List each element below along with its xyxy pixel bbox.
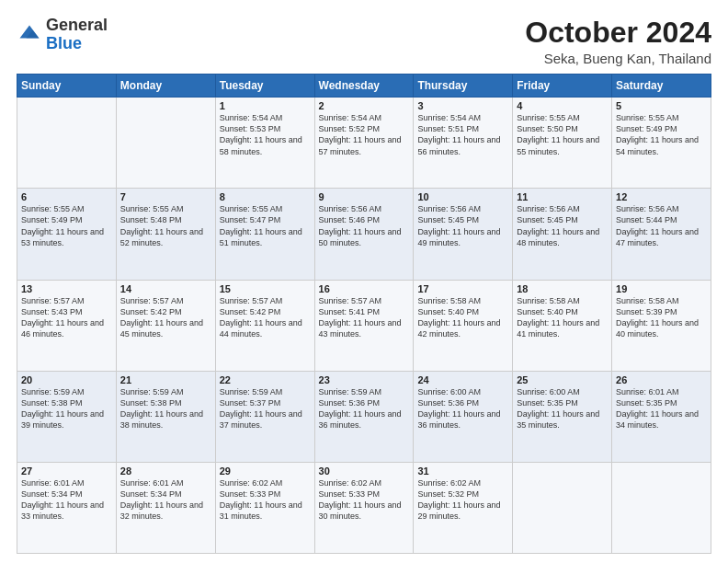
day-number: 26 xyxy=(616,374,707,385)
page: General Blue October 2024 Seka, Bueng Ka… xyxy=(0,0,728,563)
weekday-header-friday: Friday xyxy=(513,75,612,98)
calendar-cell: 16Sunrise: 5:57 AMSunset: 5:41 PMDayligh… xyxy=(314,280,414,371)
logo-text: General Blue xyxy=(46,17,108,53)
day-info: Sunrise: 5:54 AMSunset: 5:51 PMDaylight:… xyxy=(417,112,508,157)
day-number: 25 xyxy=(517,374,608,385)
day-number: 14 xyxy=(120,283,211,294)
day-info: Sunrise: 5:56 AMSunset: 5:45 PMDaylight:… xyxy=(417,203,508,248)
day-number: 16 xyxy=(319,283,410,294)
day-number: 24 xyxy=(417,374,508,385)
calendar-cell: 24Sunrise: 6:00 AMSunset: 5:36 PMDayligh… xyxy=(414,371,513,462)
day-number: 28 xyxy=(120,465,211,477)
week-row-4: 20Sunrise: 5:59 AMSunset: 5:38 PMDayligh… xyxy=(17,371,711,462)
weekday-header-wednesday: Wednesday xyxy=(314,75,414,98)
calendar-cell: 4Sunrise: 5:55 AMSunset: 5:50 PMDaylight… xyxy=(513,98,612,189)
calendar-cell: 27Sunrise: 6:01 AMSunset: 5:34 PMDayligh… xyxy=(17,462,117,553)
calendar-cell: 30Sunrise: 6:02 AMSunset: 5:33 PMDayligh… xyxy=(314,462,414,553)
calendar-cell: 6Sunrise: 5:55 AMSunset: 5:49 PMDaylight… xyxy=(17,189,117,280)
day-info: Sunrise: 5:58 AMSunset: 5:40 PMDaylight:… xyxy=(517,295,608,340)
calendar-cell: 26Sunrise: 6:01 AMSunset: 5:35 PMDayligh… xyxy=(612,371,711,462)
day-info: Sunrise: 6:01 AMSunset: 5:34 PMDaylight:… xyxy=(120,477,211,523)
day-info: Sunrise: 5:58 AMSunset: 5:39 PMDaylight:… xyxy=(616,295,707,340)
calendar-cell: 8Sunrise: 5:55 AMSunset: 5:47 PMDaylight… xyxy=(215,189,314,280)
calendar-cell: 17Sunrise: 5:58 AMSunset: 5:40 PMDayligh… xyxy=(414,280,513,371)
day-number: 31 xyxy=(417,465,508,477)
week-row-2: 6Sunrise: 5:55 AMSunset: 5:49 PMDaylight… xyxy=(17,189,711,280)
day-number: 22 xyxy=(220,374,311,385)
calendar-cell: 19Sunrise: 5:58 AMSunset: 5:39 PMDayligh… xyxy=(612,280,711,371)
calendar-cell: 31Sunrise: 6:02 AMSunset: 5:32 PMDayligh… xyxy=(414,462,513,553)
day-number: 19 xyxy=(616,283,707,294)
calendar-cell: 25Sunrise: 6:00 AMSunset: 5:35 PMDayligh… xyxy=(513,371,612,462)
calendar-cell xyxy=(17,98,117,189)
day-info: Sunrise: 6:02 AMSunset: 5:32 PMDaylight:… xyxy=(417,477,508,523)
weekday-header-tuesday: Tuesday xyxy=(215,75,314,98)
day-info: Sunrise: 5:56 AMSunset: 5:44 PMDaylight:… xyxy=(616,203,707,248)
calendar-cell xyxy=(612,462,711,553)
calendar-cell: 7Sunrise: 5:55 AMSunset: 5:48 PMDaylight… xyxy=(116,189,215,280)
logo: General Blue xyxy=(17,17,108,53)
day-number: 11 xyxy=(517,191,608,202)
calendar-cell: 9Sunrise: 5:56 AMSunset: 5:46 PMDaylight… xyxy=(314,189,414,280)
day-number: 1 xyxy=(220,100,311,111)
calendar-cell xyxy=(513,462,612,553)
day-number: 12 xyxy=(616,191,707,202)
calendar-cell: 15Sunrise: 5:57 AMSunset: 5:42 PMDayligh… xyxy=(215,280,314,371)
title-block: October 2024 Seka, Bueng Kan, Thailand xyxy=(525,17,711,66)
day-number: 7 xyxy=(120,191,211,202)
day-info: Sunrise: 5:59 AMSunset: 5:38 PMDaylight:… xyxy=(21,386,112,431)
day-info: Sunrise: 6:00 AMSunset: 5:35 PMDaylight:… xyxy=(517,386,608,431)
calendar-cell: 3Sunrise: 5:54 AMSunset: 5:51 PMDaylight… xyxy=(414,98,513,189)
day-info: Sunrise: 5:55 AMSunset: 5:49 PMDaylight:… xyxy=(616,112,707,157)
day-info: Sunrise: 5:54 AMSunset: 5:52 PMDaylight:… xyxy=(319,112,410,157)
weekday-header-saturday: Saturday xyxy=(612,75,711,98)
header: General Blue October 2024 Seka, Bueng Ka… xyxy=(17,17,711,66)
day-info: Sunrise: 5:55 AMSunset: 5:49 PMDaylight:… xyxy=(21,203,112,248)
day-number: 2 xyxy=(319,100,410,111)
day-number: 18 xyxy=(517,283,608,294)
day-number: 8 xyxy=(220,191,311,202)
calendar-cell: 11Sunrise: 5:56 AMSunset: 5:45 PMDayligh… xyxy=(513,189,612,280)
calendar-cell: 20Sunrise: 5:59 AMSunset: 5:38 PMDayligh… xyxy=(17,371,117,462)
day-info: Sunrise: 6:01 AMSunset: 5:34 PMDaylight:… xyxy=(21,477,112,523)
day-number: 17 xyxy=(417,283,508,294)
day-number: 30 xyxy=(319,465,410,477)
calendar-cell xyxy=(116,98,215,189)
calendar-cell: 2Sunrise: 5:54 AMSunset: 5:52 PMDaylight… xyxy=(314,98,414,189)
calendar-table: SundayMondayTuesdayWednesdayThursdayFrid… xyxy=(17,74,711,554)
calendar-cell: 5Sunrise: 5:55 AMSunset: 5:49 PMDaylight… xyxy=(612,98,711,189)
day-number: 5 xyxy=(616,100,707,111)
day-info: Sunrise: 5:56 AMSunset: 5:46 PMDaylight:… xyxy=(319,203,410,248)
day-number: 20 xyxy=(21,374,112,385)
day-info: Sunrise: 6:00 AMSunset: 5:36 PMDaylight:… xyxy=(417,386,508,431)
day-info: Sunrise: 5:58 AMSunset: 5:40 PMDaylight:… xyxy=(417,295,508,340)
weekday-header-monday: Monday xyxy=(116,75,215,98)
calendar-cell: 14Sunrise: 5:57 AMSunset: 5:42 PMDayligh… xyxy=(116,280,215,371)
day-info: Sunrise: 6:02 AMSunset: 5:33 PMDaylight:… xyxy=(220,477,311,523)
day-info: Sunrise: 5:55 AMSunset: 5:50 PMDaylight:… xyxy=(517,112,608,157)
calendar-cell: 28Sunrise: 6:01 AMSunset: 5:34 PMDayligh… xyxy=(116,462,215,553)
day-number: 15 xyxy=(220,283,311,294)
weekday-header-sunday: Sunday xyxy=(17,75,117,98)
calendar-cell: 1Sunrise: 5:54 AMSunset: 5:53 PMDaylight… xyxy=(215,98,314,189)
week-row-1: 1Sunrise: 5:54 AMSunset: 5:53 PMDaylight… xyxy=(17,98,711,189)
week-row-3: 13Sunrise: 5:57 AMSunset: 5:43 PMDayligh… xyxy=(17,280,711,371)
calendar-cell: 10Sunrise: 5:56 AMSunset: 5:45 PMDayligh… xyxy=(414,189,513,280)
day-info: Sunrise: 5:57 AMSunset: 5:42 PMDaylight:… xyxy=(220,295,311,340)
calendar-cell: 29Sunrise: 6:02 AMSunset: 5:33 PMDayligh… xyxy=(215,462,314,553)
calendar-cell: 22Sunrise: 5:59 AMSunset: 5:37 PMDayligh… xyxy=(215,371,314,462)
day-number: 10 xyxy=(417,191,508,202)
calendar-cell: 23Sunrise: 5:59 AMSunset: 5:36 PMDayligh… xyxy=(314,371,414,462)
logo-icon xyxy=(17,22,42,48)
month-title: October 2024 xyxy=(525,17,711,49)
day-info: Sunrise: 5:59 AMSunset: 5:38 PMDaylight:… xyxy=(120,386,211,431)
day-info: Sunrise: 6:01 AMSunset: 5:35 PMDaylight:… xyxy=(616,386,707,431)
day-number: 9 xyxy=(319,191,410,202)
day-info: Sunrise: 5:55 AMSunset: 5:47 PMDaylight:… xyxy=(220,203,311,248)
week-row-5: 27Sunrise: 6:01 AMSunset: 5:34 PMDayligh… xyxy=(17,462,711,553)
day-info: Sunrise: 5:57 AMSunset: 5:41 PMDaylight:… xyxy=(319,295,410,340)
day-number: 6 xyxy=(21,191,112,202)
day-number: 29 xyxy=(220,465,311,477)
day-info: Sunrise: 5:57 AMSunset: 5:43 PMDaylight:… xyxy=(21,295,112,340)
calendar-cell: 13Sunrise: 5:57 AMSunset: 5:43 PMDayligh… xyxy=(17,280,117,371)
